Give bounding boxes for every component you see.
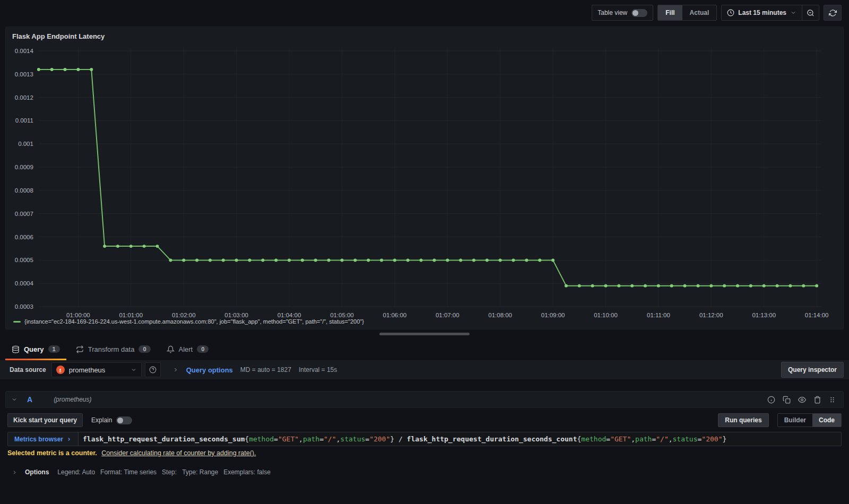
max-data-points-value: MD = auto = 1827: [240, 366, 291, 373]
options-summary: Legend: AutoFormat: Time seriesStep:Type…: [57, 468, 276, 476]
svg-text:0.0006: 0.0006: [15, 234, 33, 240]
svg-text:0.0005: 0.0005: [15, 257, 33, 263]
explain-label: Explain: [91, 416, 112, 424]
datasource-label: Data source: [5, 366, 51, 373]
svg-text:0.001: 0.001: [18, 141, 33, 147]
builder-mode-button[interactable]: Builder: [778, 414, 812, 427]
svg-text:0.0011: 0.0011: [15, 117, 33, 124]
time-range-picker[interactable]: Last 15 minutes: [722, 5, 802, 20]
datasource-bar: Data source prometheus Query options MD …: [0, 360, 849, 379]
datasource-help-button[interactable]: [145, 362, 161, 377]
svg-text:01:07:00: 01:07:00: [436, 312, 460, 317]
prometheus-icon: [56, 366, 65, 374]
svg-text:01:01:00: 01:01:00: [119, 312, 143, 317]
tab-query-count: 1: [48, 345, 60, 353]
hide-response-eye-icon[interactable]: [798, 396, 806, 404]
warning-rate-hint-link[interactable]: Consider calculating rate of counter by …: [101, 449, 256, 457]
code-mode-button[interactable]: Code: [812, 414, 841, 427]
tab-query-label: Query: [24, 345, 44, 353]
query-editor-row: Metrics browser flask_http_request_durat…: [7, 432, 842, 446]
pane-splitter: [0, 329, 849, 338]
pane-splitter-handle[interactable]: [379, 333, 470, 335]
svg-text:01:03:00: 01:03:00: [224, 312, 248, 317]
fill-button[interactable]: Fill: [658, 5, 682, 20]
warning-text: Selected metric is a counter.: [7, 449, 97, 457]
info-circle-icon[interactable]: [767, 396, 775, 404]
kick-start-query-button[interactable]: Kick start your query: [7, 413, 83, 427]
options-label: Options: [25, 468, 49, 476]
toggle-knob: [117, 418, 123, 423]
time-picker-group: Last 15 minutes: [721, 5, 819, 21]
svg-text:01:06:00: 01:06:00: [383, 312, 407, 317]
legend-series-label: {instance="ec2-184-169-216-224.us-west-1…: [24, 318, 364, 325]
explain-control: Explain: [91, 416, 132, 424]
remove-query-trash-icon[interactable]: [813, 396, 821, 404]
query-expression[interactable]: flask_http_request_duration_seconds_sum{…: [79, 432, 841, 446]
transform-icon: [76, 345, 84, 353]
metrics-browser-label: Metrics browser: [14, 436, 63, 443]
interval-value: Interval = 15s: [299, 366, 337, 373]
metrics-browser-button[interactable]: Metrics browser: [8, 432, 79, 446]
tab-transform-label: Transform data: [88, 345, 135, 353]
svg-text:01:02:00: 01:02:00: [172, 312, 196, 317]
refresh-icon: [829, 9, 837, 17]
database-icon: [12, 345, 20, 353]
drag-handle-grip-icon[interactable]: [829, 396, 836, 404]
chart-panel: Flask App Endpoint Latency 0.00030.00040…: [5, 27, 844, 329]
tab-transform-data[interactable]: Transform data 0: [70, 338, 157, 360]
query-ref-id: A: [27, 395, 32, 404]
svg-text:01:14:00: 01:14:00: [805, 312, 829, 317]
actual-button[interactable]: Actual: [682, 5, 717, 20]
toggle-knob: [633, 10, 638, 16]
tab-alert[interactable]: Alert 0: [160, 338, 215, 360]
query-options-toggle[interactable]: Query options MD = auto = 1827 Interval …: [172, 366, 337, 374]
chart-legend[interactable]: {instance="ec2-184-169-216-224.us-west-1…: [6, 317, 843, 326]
svg-text:0.0003: 0.0003: [15, 303, 33, 310]
counter-warning: Selected metric is a counter. Consider c…: [7, 449, 842, 457]
tab-alert-label: Alert: [179, 345, 193, 353]
legend-series-marker: [13, 321, 21, 323]
svg-text:01:09:00: 01:09:00: [541, 312, 565, 317]
table-view-control: Table view: [592, 5, 653, 21]
query-row-actions: [767, 396, 838, 404]
svg-text:0.0013: 0.0013: [15, 71, 33, 77]
tab-query[interactable]: Query 1: [5, 338, 66, 360]
query-inspector-button[interactable]: Query inspector: [781, 362, 844, 378]
table-view-toggle[interactable]: [631, 9, 647, 17]
run-queries-button[interactable]: Run queries: [718, 413, 768, 427]
time-range-label: Last 15 minutes: [738, 9, 786, 16]
question-circle-icon: [149, 366, 157, 373]
chevron-right-icon: [66, 437, 72, 442]
svg-text:0.0007: 0.0007: [15, 211, 33, 217]
explain-toggle[interactable]: [116, 416, 132, 424]
bell-icon: [167, 345, 175, 353]
zoom-out-button[interactable]: [802, 5, 819, 20]
tab-alert-count: 0: [197, 345, 209, 353]
timeseries-chart[interactable]: 0.00030.00040.00050.00060.00070.00080.00…: [6, 44, 842, 317]
query-options-collapsed[interactable]: Options Legend: AutoFormat: Time seriesS…: [7, 465, 842, 479]
refresh-button[interactable]: [824, 5, 842, 21]
svg-text:01:04:00: 01:04:00: [278, 312, 301, 317]
datasource-select[interactable]: prometheus: [51, 362, 142, 377]
query-row-header[interactable]: A (prometheus): [5, 391, 844, 408]
svg-text:0.0014: 0.0014: [15, 48, 34, 54]
chevron-down-icon: [790, 10, 796, 16]
duplicate-query-icon[interactable]: [783, 396, 791, 404]
chevron-down-icon[interactable]: [11, 396, 18, 403]
svg-text:01:10:00: 01:10:00: [594, 312, 618, 317]
svg-text:01:12:00: 01:12:00: [699, 312, 723, 317]
svg-text:0.0012: 0.0012: [15, 94, 33, 101]
svg-text:01:13:00: 01:13:00: [752, 312, 776, 317]
svg-text:0.0008: 0.0008: [15, 187, 33, 194]
editor-tabs: Query 1 Transform data 0 Alert 0: [0, 338, 849, 360]
panel-title: Flask App Endpoint Latency: [6, 27, 843, 44]
panel-edit-toolbar: Table view Fill Actual Last 15 minutes: [0, 0, 849, 25]
tab-transform-count: 0: [138, 345, 150, 353]
chevron-down-icon: [131, 367, 137, 373]
datasource-selected-value: prometheus: [69, 366, 126, 374]
svg-text:01:00:00: 01:00:00: [66, 312, 90, 317]
table-view-label: Table view: [597, 9, 627, 16]
chevron-right-icon: [172, 367, 179, 373]
svg-text:01:05:00: 01:05:00: [330, 312, 354, 317]
builder-code-switch: Builder Code: [777, 413, 842, 427]
